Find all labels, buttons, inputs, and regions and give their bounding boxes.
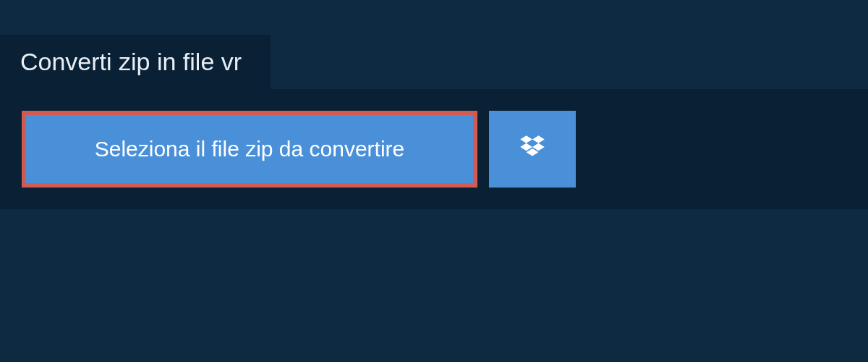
dropbox-button[interactable] [489,111,576,188]
page-title: Converti zip in file vr [20,48,242,75]
dropbox-icon [517,132,548,166]
select-file-label: Seleziona il file zip da convertire [95,137,405,161]
select-file-button[interactable]: Seleziona il file zip da convertire [22,111,477,188]
converter-panel: Seleziona il file zip da convertire [0,89,868,209]
tab-header: Converti zip in file vr [0,35,271,89]
